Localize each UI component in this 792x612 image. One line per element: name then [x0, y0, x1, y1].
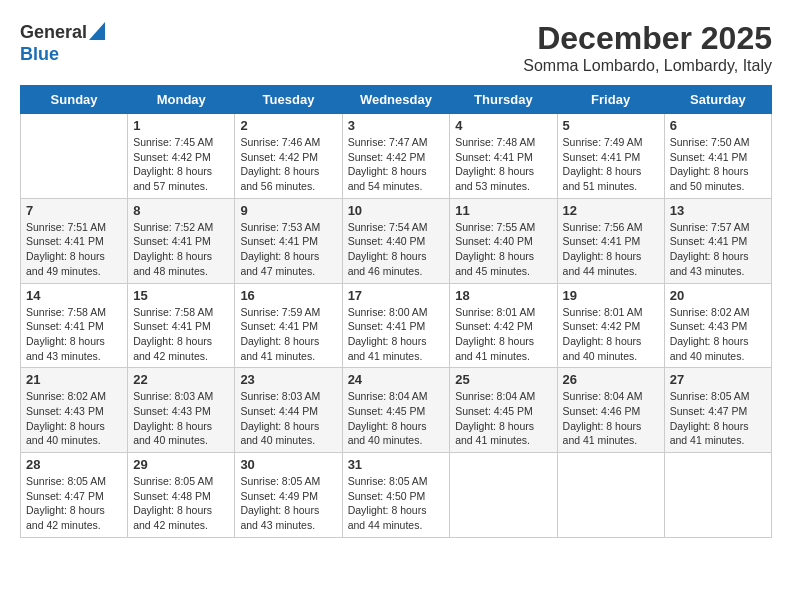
calendar-table: Sunday Monday Tuesday Wednesday Thursday… — [20, 85, 772, 538]
day-number: 5 — [563, 118, 659, 133]
header-row: Sunday Monday Tuesday Wednesday Thursday… — [21, 86, 772, 114]
calendar-cell: 15Sunrise: 7:58 AMSunset: 4:41 PMDayligh… — [128, 283, 235, 368]
day-info: Sunrise: 8:05 AMSunset: 4:49 PMDaylight:… — [240, 474, 336, 533]
day-info: Sunrise: 8:03 AMSunset: 4:44 PMDaylight:… — [240, 389, 336, 448]
day-number: 16 — [240, 288, 336, 303]
day-info: Sunrise: 7:50 AMSunset: 4:41 PMDaylight:… — [670, 135, 766, 194]
calendar-cell: 8Sunrise: 7:52 AMSunset: 4:41 PMDaylight… — [128, 198, 235, 283]
day-info: Sunrise: 8:05 AMSunset: 4:50 PMDaylight:… — [348, 474, 445, 533]
day-info: Sunrise: 8:04 AMSunset: 4:45 PMDaylight:… — [455, 389, 551, 448]
day-number: 9 — [240, 203, 336, 218]
title-section: December 2025 Somma Lombardo, Lombardy, … — [523, 20, 772, 75]
day-number: 27 — [670, 372, 766, 387]
day-info: Sunrise: 8:05 AMSunset: 4:48 PMDaylight:… — [133, 474, 229, 533]
day-number: 6 — [670, 118, 766, 133]
calendar-cell: 26Sunrise: 8:04 AMSunset: 4:46 PMDayligh… — [557, 368, 664, 453]
svg-marker-0 — [89, 22, 105, 40]
day-number: 24 — [348, 372, 445, 387]
calendar-cell: 30Sunrise: 8:05 AMSunset: 4:49 PMDayligh… — [235, 453, 342, 538]
calendar-cell: 5Sunrise: 7:49 AMSunset: 4:41 PMDaylight… — [557, 114, 664, 199]
day-info: Sunrise: 7:53 AMSunset: 4:41 PMDaylight:… — [240, 220, 336, 279]
calendar-cell: 24Sunrise: 8:04 AMSunset: 4:45 PMDayligh… — [342, 368, 450, 453]
col-friday: Friday — [557, 86, 664, 114]
day-number: 31 — [348, 457, 445, 472]
day-number: 7 — [26, 203, 122, 218]
day-info: Sunrise: 7:58 AMSunset: 4:41 PMDaylight:… — [133, 305, 229, 364]
day-number: 19 — [563, 288, 659, 303]
day-number: 1 — [133, 118, 229, 133]
day-info: Sunrise: 7:58 AMSunset: 4:41 PMDaylight:… — [26, 305, 122, 364]
day-number: 2 — [240, 118, 336, 133]
calendar-cell — [450, 453, 557, 538]
col-thursday: Thursday — [450, 86, 557, 114]
day-number: 30 — [240, 457, 336, 472]
day-info: Sunrise: 8:01 AMSunset: 4:42 PMDaylight:… — [455, 305, 551, 364]
calendar-cell: 1Sunrise: 7:45 AMSunset: 4:42 PMDaylight… — [128, 114, 235, 199]
calendar-cell: 25Sunrise: 8:04 AMSunset: 4:45 PMDayligh… — [450, 368, 557, 453]
day-info: Sunrise: 7:57 AMSunset: 4:41 PMDaylight:… — [670, 220, 766, 279]
day-number: 23 — [240, 372, 336, 387]
logo-general: General — [20, 22, 87, 43]
calendar-cell: 23Sunrise: 8:03 AMSunset: 4:44 PMDayligh… — [235, 368, 342, 453]
day-info: Sunrise: 7:59 AMSunset: 4:41 PMDaylight:… — [240, 305, 336, 364]
day-number: 28 — [26, 457, 122, 472]
col-wednesday: Wednesday — [342, 86, 450, 114]
calendar-cell: 6Sunrise: 7:50 AMSunset: 4:41 PMDaylight… — [664, 114, 771, 199]
day-number: 13 — [670, 203, 766, 218]
col-sunday: Sunday — [21, 86, 128, 114]
day-number: 21 — [26, 372, 122, 387]
calendar-week-3: 14Sunrise: 7:58 AMSunset: 4:41 PMDayligh… — [21, 283, 772, 368]
calendar-cell: 3Sunrise: 7:47 AMSunset: 4:42 PMDaylight… — [342, 114, 450, 199]
logo: General Blue — [20, 20, 105, 65]
calendar-cell: 31Sunrise: 8:05 AMSunset: 4:50 PMDayligh… — [342, 453, 450, 538]
logo-blue: Blue — [20, 44, 105, 65]
day-number: 25 — [455, 372, 551, 387]
day-info: Sunrise: 8:04 AMSunset: 4:46 PMDaylight:… — [563, 389, 659, 448]
calendar-cell: 12Sunrise: 7:56 AMSunset: 4:41 PMDayligh… — [557, 198, 664, 283]
calendar-cell: 21Sunrise: 8:02 AMSunset: 4:43 PMDayligh… — [21, 368, 128, 453]
day-number: 29 — [133, 457, 229, 472]
calendar-cell: 29Sunrise: 8:05 AMSunset: 4:48 PMDayligh… — [128, 453, 235, 538]
day-info: Sunrise: 8:04 AMSunset: 4:45 PMDaylight:… — [348, 389, 445, 448]
day-number: 26 — [563, 372, 659, 387]
col-tuesday: Tuesday — [235, 86, 342, 114]
day-number: 10 — [348, 203, 445, 218]
day-info: Sunrise: 7:46 AMSunset: 4:42 PMDaylight:… — [240, 135, 336, 194]
calendar-cell: 20Sunrise: 8:02 AMSunset: 4:43 PMDayligh… — [664, 283, 771, 368]
calendar-week-4: 21Sunrise: 8:02 AMSunset: 4:43 PMDayligh… — [21, 368, 772, 453]
day-info: Sunrise: 8:05 AMSunset: 4:47 PMDaylight:… — [26, 474, 122, 533]
calendar-cell: 14Sunrise: 7:58 AMSunset: 4:41 PMDayligh… — [21, 283, 128, 368]
calendar-cell: 4Sunrise: 7:48 AMSunset: 4:41 PMDaylight… — [450, 114, 557, 199]
calendar-week-2: 7Sunrise: 7:51 AMSunset: 4:41 PMDaylight… — [21, 198, 772, 283]
header: General Blue December 2025 Somma Lombard… — [20, 20, 772, 75]
location-title: Somma Lombardo, Lombardy, Italy — [523, 57, 772, 75]
day-number: 14 — [26, 288, 122, 303]
day-info: Sunrise: 7:52 AMSunset: 4:41 PMDaylight:… — [133, 220, 229, 279]
day-info: Sunrise: 8:01 AMSunset: 4:42 PMDaylight:… — [563, 305, 659, 364]
calendar-cell: 22Sunrise: 8:03 AMSunset: 4:43 PMDayligh… — [128, 368, 235, 453]
calendar-cell — [557, 453, 664, 538]
day-number: 4 — [455, 118, 551, 133]
logo-text: General Blue — [20, 20, 105, 65]
calendar-cell: 19Sunrise: 8:01 AMSunset: 4:42 PMDayligh… — [557, 283, 664, 368]
day-info: Sunrise: 7:55 AMSunset: 4:40 PMDaylight:… — [455, 220, 551, 279]
day-info: Sunrise: 8:02 AMSunset: 4:43 PMDaylight:… — [670, 305, 766, 364]
day-number: 15 — [133, 288, 229, 303]
calendar-cell: 13Sunrise: 7:57 AMSunset: 4:41 PMDayligh… — [664, 198, 771, 283]
month-title: December 2025 — [523, 20, 772, 57]
day-info: Sunrise: 7:45 AMSunset: 4:42 PMDaylight:… — [133, 135, 229, 194]
day-info: Sunrise: 7:51 AMSunset: 4:41 PMDaylight:… — [26, 220, 122, 279]
calendar-cell: 27Sunrise: 8:05 AMSunset: 4:47 PMDayligh… — [664, 368, 771, 453]
day-info: Sunrise: 7:56 AMSunset: 4:41 PMDaylight:… — [563, 220, 659, 279]
calendar-cell: 16Sunrise: 7:59 AMSunset: 4:41 PMDayligh… — [235, 283, 342, 368]
calendar-cell: 28Sunrise: 8:05 AMSunset: 4:47 PMDayligh… — [21, 453, 128, 538]
calendar-cell: 7Sunrise: 7:51 AMSunset: 4:41 PMDaylight… — [21, 198, 128, 283]
calendar-cell: 17Sunrise: 8:00 AMSunset: 4:41 PMDayligh… — [342, 283, 450, 368]
col-monday: Monday — [128, 86, 235, 114]
day-info: Sunrise: 8:00 AMSunset: 4:41 PMDaylight:… — [348, 305, 445, 364]
day-info: Sunrise: 7:48 AMSunset: 4:41 PMDaylight:… — [455, 135, 551, 194]
day-number: 22 — [133, 372, 229, 387]
day-info: Sunrise: 7:54 AMSunset: 4:40 PMDaylight:… — [348, 220, 445, 279]
calendar-week-1: 1Sunrise: 7:45 AMSunset: 4:42 PMDaylight… — [21, 114, 772, 199]
day-number: 17 — [348, 288, 445, 303]
